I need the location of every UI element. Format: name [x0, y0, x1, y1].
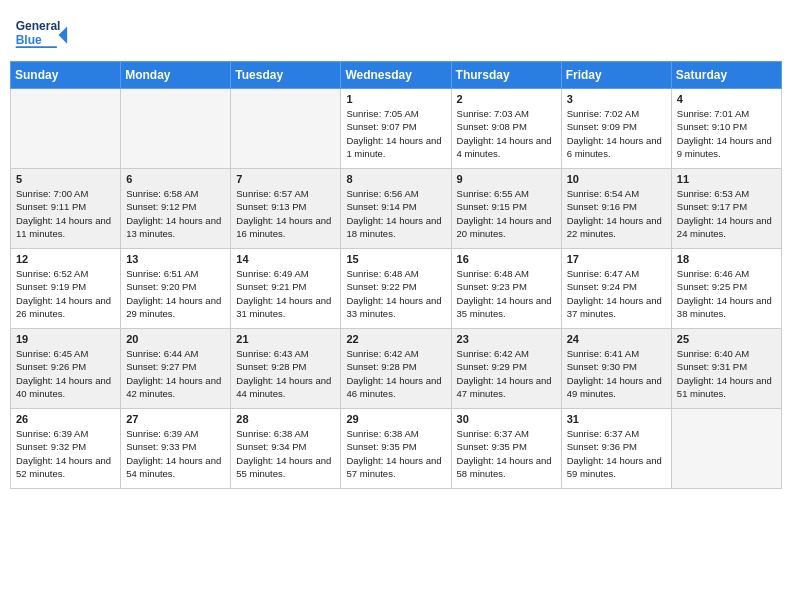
daylight-text: Daylight: 14 hours and 49 minutes.: [567, 374, 666, 401]
calendar-cell: 27Sunrise: 6:39 AMSunset: 9:33 PMDayligh…: [121, 409, 231, 489]
daylight-text: Daylight: 14 hours and 22 minutes.: [567, 214, 666, 241]
daylight-text: Daylight: 14 hours and 24 minutes.: [677, 214, 776, 241]
calendar-cell: 15Sunrise: 6:48 AMSunset: 9:22 PMDayligh…: [341, 249, 451, 329]
day-number: 23: [457, 333, 556, 345]
sunrise-text: Sunrise: 6:38 AM: [236, 427, 335, 440]
calendar-cell: 16Sunrise: 6:48 AMSunset: 9:23 PMDayligh…: [451, 249, 561, 329]
calendar-cell: 7Sunrise: 6:57 AMSunset: 9:13 PMDaylight…: [231, 169, 341, 249]
sunset-text: Sunset: 9:33 PM: [126, 440, 225, 453]
calendar-cell: 3Sunrise: 7:02 AMSunset: 9:09 PMDaylight…: [561, 89, 671, 169]
sunset-text: Sunset: 9:32 PM: [16, 440, 115, 453]
day-number: 1: [346, 93, 445, 105]
sunrise-text: Sunrise: 6:42 AM: [346, 347, 445, 360]
daylight-text: Daylight: 14 hours and 44 minutes.: [236, 374, 335, 401]
sunset-text: Sunset: 9:34 PM: [236, 440, 335, 453]
daylight-text: Daylight: 14 hours and 57 minutes.: [346, 454, 445, 481]
calendar-cell: 31Sunrise: 6:37 AMSunset: 9:36 PMDayligh…: [561, 409, 671, 489]
header-thursday: Thursday: [451, 62, 561, 89]
calendar-cell: 4Sunrise: 7:01 AMSunset: 9:10 PMDaylight…: [671, 89, 781, 169]
sunset-text: Sunset: 9:10 PM: [677, 120, 776, 133]
day-number: 24: [567, 333, 666, 345]
sunrise-text: Sunrise: 6:44 AM: [126, 347, 225, 360]
day-number: 16: [457, 253, 556, 265]
sunset-text: Sunset: 9:22 PM: [346, 280, 445, 293]
header-tuesday: Tuesday: [231, 62, 341, 89]
daylight-text: Daylight: 14 hours and 54 minutes.: [126, 454, 225, 481]
calendar-cell: 28Sunrise: 6:38 AMSunset: 9:34 PMDayligh…: [231, 409, 341, 489]
sunrise-text: Sunrise: 6:54 AM: [567, 187, 666, 200]
day-number: 14: [236, 253, 335, 265]
sunrise-text: Sunrise: 6:47 AM: [567, 267, 666, 280]
sunset-text: Sunset: 9:20 PM: [126, 280, 225, 293]
daylight-text: Daylight: 14 hours and 33 minutes.: [346, 294, 445, 321]
day-number: 15: [346, 253, 445, 265]
calendar-cell: 18Sunrise: 6:46 AMSunset: 9:25 PMDayligh…: [671, 249, 781, 329]
day-number: 27: [126, 413, 225, 425]
calendar-header-row: SundayMondayTuesdayWednesdayThursdayFrid…: [11, 62, 782, 89]
day-number: 29: [346, 413, 445, 425]
day-number: 18: [677, 253, 776, 265]
sunset-text: Sunset: 9:27 PM: [126, 360, 225, 373]
calendar-cell: 1Sunrise: 7:05 AMSunset: 9:07 PMDaylight…: [341, 89, 451, 169]
calendar-cell: 6Sunrise: 6:58 AMSunset: 9:12 PMDaylight…: [121, 169, 231, 249]
daylight-text: Daylight: 14 hours and 51 minutes.: [677, 374, 776, 401]
sunrise-text: Sunrise: 6:42 AM: [457, 347, 556, 360]
calendar-cell: 17Sunrise: 6:47 AMSunset: 9:24 PMDayligh…: [561, 249, 671, 329]
daylight-text: Daylight: 14 hours and 40 minutes.: [16, 374, 115, 401]
daylight-text: Daylight: 14 hours and 37 minutes.: [567, 294, 666, 321]
daylight-text: Daylight: 14 hours and 18 minutes.: [346, 214, 445, 241]
sunset-text: Sunset: 9:13 PM: [236, 200, 335, 213]
sunrise-text: Sunrise: 6:48 AM: [457, 267, 556, 280]
sunset-text: Sunset: 9:35 PM: [346, 440, 445, 453]
day-number: 28: [236, 413, 335, 425]
sunrise-text: Sunrise: 6:39 AM: [126, 427, 225, 440]
sunrise-text: Sunrise: 6:43 AM: [236, 347, 335, 360]
week-row-2: 5Sunrise: 7:00 AMSunset: 9:11 PMDaylight…: [11, 169, 782, 249]
sunrise-text: Sunrise: 7:02 AM: [567, 107, 666, 120]
daylight-text: Daylight: 14 hours and 29 minutes.: [126, 294, 225, 321]
calendar-cell: 25Sunrise: 6:40 AMSunset: 9:31 PMDayligh…: [671, 329, 781, 409]
calendar-cell: 20Sunrise: 6:44 AMSunset: 9:27 PMDayligh…: [121, 329, 231, 409]
sunset-text: Sunset: 9:12 PM: [126, 200, 225, 213]
daylight-text: Daylight: 14 hours and 11 minutes.: [16, 214, 115, 241]
logo-svg: General Blue: [14, 10, 74, 55]
sunset-text: Sunset: 9:15 PM: [457, 200, 556, 213]
sunset-text: Sunset: 9:17 PM: [677, 200, 776, 213]
sunset-text: Sunset: 9:36 PM: [567, 440, 666, 453]
sunset-text: Sunset: 9:35 PM: [457, 440, 556, 453]
sunrise-text: Sunrise: 6:49 AM: [236, 267, 335, 280]
sunset-text: Sunset: 9:25 PM: [677, 280, 776, 293]
daylight-text: Daylight: 14 hours and 16 minutes.: [236, 214, 335, 241]
sunset-text: Sunset: 9:21 PM: [236, 280, 335, 293]
calendar-cell: 19Sunrise: 6:45 AMSunset: 9:26 PMDayligh…: [11, 329, 121, 409]
calendar-cell: 9Sunrise: 6:55 AMSunset: 9:15 PMDaylight…: [451, 169, 561, 249]
header-saturday: Saturday: [671, 62, 781, 89]
sunrise-text: Sunrise: 7:03 AM: [457, 107, 556, 120]
calendar-cell: 21Sunrise: 6:43 AMSunset: 9:28 PMDayligh…: [231, 329, 341, 409]
sunrise-text: Sunrise: 6:46 AM: [677, 267, 776, 280]
calendar-cell: 10Sunrise: 6:54 AMSunset: 9:16 PMDayligh…: [561, 169, 671, 249]
sunset-text: Sunset: 9:28 PM: [346, 360, 445, 373]
sunset-text: Sunset: 9:09 PM: [567, 120, 666, 133]
week-row-4: 19Sunrise: 6:45 AMSunset: 9:26 PMDayligh…: [11, 329, 782, 409]
daylight-text: Daylight: 14 hours and 31 minutes.: [236, 294, 335, 321]
sunset-text: Sunset: 9:16 PM: [567, 200, 666, 213]
day-number: 30: [457, 413, 556, 425]
daylight-text: Daylight: 14 hours and 59 minutes.: [567, 454, 666, 481]
header-friday: Friday: [561, 62, 671, 89]
day-number: 22: [346, 333, 445, 345]
sunset-text: Sunset: 9:11 PM: [16, 200, 115, 213]
daylight-text: Daylight: 14 hours and 58 minutes.: [457, 454, 556, 481]
daylight-text: Daylight: 14 hours and 26 minutes.: [16, 294, 115, 321]
sunset-text: Sunset: 9:30 PM: [567, 360, 666, 373]
day-number: 4: [677, 93, 776, 105]
day-number: 31: [567, 413, 666, 425]
calendar-table: SundayMondayTuesdayWednesdayThursdayFrid…: [10, 61, 782, 489]
header-sunday: Sunday: [11, 62, 121, 89]
day-number: 26: [16, 413, 115, 425]
calendar-cell: 13Sunrise: 6:51 AMSunset: 9:20 PMDayligh…: [121, 249, 231, 329]
sunrise-text: Sunrise: 6:53 AM: [677, 187, 776, 200]
daylight-text: Daylight: 14 hours and 35 minutes.: [457, 294, 556, 321]
sunset-text: Sunset: 9:28 PM: [236, 360, 335, 373]
calendar-cell: [671, 409, 781, 489]
